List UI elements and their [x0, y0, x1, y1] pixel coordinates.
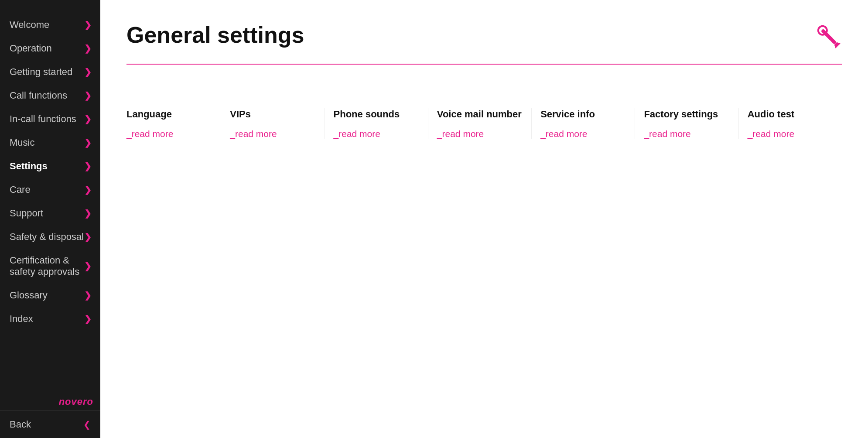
card-voice-mail-number: Voice mail number_read more [428, 108, 532, 139]
sidebar-item-label: Operation [10, 43, 84, 54]
back-button[interactable]: Back ❮ [0, 411, 100, 438]
sidebar-item-support[interactable]: Support❯ [0, 202, 100, 225]
card-read-more-link[interactable]: _read more [540, 129, 587, 139]
sidebar-item-label: Call functions [10, 90, 84, 101]
sidebar-item-glossary[interactable]: Glossary❯ [0, 284, 100, 307]
brand-logo: novero [59, 396, 93, 407]
back-label: Back [10, 419, 83, 430]
page-header: General settings [126, 22, 842, 65]
chevron-right-icon: ❯ [84, 90, 92, 101]
chevron-right-icon: ❯ [84, 114, 92, 124]
card-phone-sounds: Phone sounds_read more [325, 108, 428, 139]
cards-grid: Language_read moreVIPs_read morePhone so… [126, 108, 842, 139]
card-read-more-link[interactable]: _read more [644, 129, 690, 139]
card-factory-settings: Factory settings_read more [635, 108, 738, 139]
sidebar-item-label: Index [10, 313, 84, 325]
sidebar-item-label: Getting started [10, 66, 84, 78]
sidebar-item-music[interactable]: Music❯ [0, 131, 100, 154]
card-audio-test: Audio test_read more [739, 108, 842, 139]
sidebar-item-getting-started[interactable]: Getting started❯ [0, 60, 100, 84]
card-title: Factory settings [644, 108, 718, 121]
card-vips: VIPs_read more [221, 108, 325, 139]
chevron-right-icon: ❯ [84, 261, 92, 271]
card-title: Voice mail number [437, 108, 522, 121]
sidebar-item-label: Safety & disposal [10, 231, 84, 243]
card-title: VIPs [230, 108, 251, 121]
chevron-right-icon: ❯ [84, 20, 92, 30]
chevron-right-icon: ❯ [84, 137, 92, 148]
chevron-right-icon: ❯ [84, 43, 92, 54]
sidebar-nav: Welcome❯Operation❯Getting started❯Call f… [0, 0, 100, 411]
sidebar-item-index[interactable]: Index❯ [0, 307, 100, 331]
card-read-more-link[interactable]: _read more [230, 129, 277, 139]
sidebar-item-label: Certification & safety approvals [10, 255, 84, 277]
card-title: Service info [540, 108, 595, 121]
chevron-right-icon: ❯ [84, 290, 92, 301]
card-title: Audio test [748, 108, 795, 121]
card-read-more-link[interactable]: _read more [334, 129, 380, 139]
sidebar-item-label: In-call functions [10, 113, 84, 125]
sidebar-item-label: Care [10, 184, 84, 195]
card-read-more-link[interactable]: _read more [126, 129, 173, 139]
sidebar: Welcome❯Operation❯Getting started❯Call f… [0, 0, 100, 438]
card-language: Language_read more [126, 108, 221, 139]
sidebar-item-safety---disposal[interactable]: Safety & disposal❯ [0, 225, 100, 249]
back-chevron-icon: ❮ [83, 419, 91, 430]
sidebar-item-operation[interactable]: Operation❯ [0, 37, 100, 60]
page-title: General settings [126, 22, 304, 48]
sidebar-item-label: Glossary [10, 290, 84, 301]
chevron-right-icon: ❯ [84, 232, 92, 242]
chevron-right-icon: ❯ [84, 314, 92, 324]
sidebar-item-welcome[interactable]: Welcome❯ [0, 13, 100, 37]
wrench-icon [816, 24, 842, 56]
card-read-more-link[interactable]: _read more [748, 129, 794, 139]
card-read-more-link[interactable]: _read more [437, 129, 484, 139]
sidebar-item-label: Support [10, 208, 84, 219]
card-service-info: Service info_read more [532, 108, 635, 139]
chevron-right-icon: ❯ [84, 67, 92, 77]
sidebar-item-certification---safety-approvals[interactable]: Certification & safety approvals❯ [0, 249, 100, 284]
card-title: Language [126, 108, 172, 121]
main-content: General settings Language_read moreVIPs_… [100, 0, 868, 438]
sidebar-item-care[interactable]: Care❯ [0, 178, 100, 202]
sidebar-item-label: Music [10, 137, 84, 148]
chevron-right-icon: ❯ [84, 185, 92, 195]
sidebar-item-call-functions[interactable]: Call functions❯ [0, 84, 100, 107]
chevron-right-icon: ❯ [84, 161, 92, 171]
sidebar-item-label: Settings [10, 161, 84, 172]
sidebar-item-settings[interactable]: Settings❯ [0, 154, 100, 178]
sidebar-item-label: Welcome [10, 19, 84, 31]
sidebar-item-in-call-functions[interactable]: In-call functions❯ [0, 107, 100, 131]
card-title: Phone sounds [334, 108, 400, 121]
chevron-right-icon: ❯ [84, 208, 92, 219]
